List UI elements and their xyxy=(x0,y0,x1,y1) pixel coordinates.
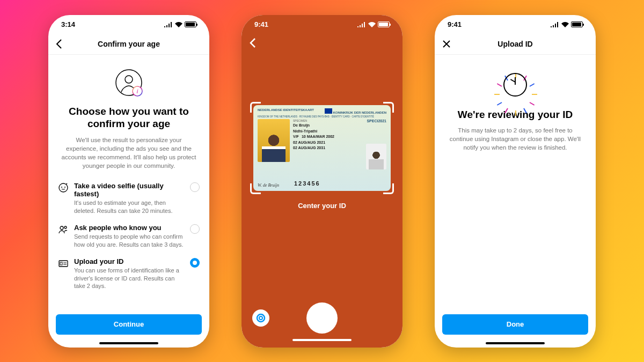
id-number: 123456 xyxy=(294,180,320,187)
done-button[interactable]: Done xyxy=(442,314,588,335)
status-icons xyxy=(164,21,196,27)
home-indicator[interactable] xyxy=(486,342,545,344)
close-icon[interactable] xyxy=(442,40,451,48)
phone-reviewing: 9:41 Upload ID xyxy=(435,15,596,348)
radio-unselected[interactable] xyxy=(190,182,200,192)
id-dob: 10 MAA/MAR 2002 xyxy=(302,135,334,138)
id-header-sub: KINGDOM OF THE NETHERLANDS · ROYAUME DES… xyxy=(258,115,386,118)
id-given: Nidhi-Tripathi xyxy=(293,129,386,135)
home-indicator[interactable] xyxy=(292,339,352,341)
option-desc: Send requests to people who can confirm … xyxy=(74,233,185,249)
signal-icon xyxy=(551,22,559,27)
option-title: Upload your ID xyxy=(74,257,185,265)
radio-unselected[interactable] xyxy=(190,224,200,234)
wifi-icon xyxy=(175,22,182,27)
id-photo xyxy=(258,119,290,162)
profile-info-icon: i xyxy=(58,68,200,98)
id-photo-small xyxy=(366,144,386,169)
status-bar: 3:14 xyxy=(48,15,209,34)
id-card-preview: NEDERLANDSE IDENTITEITSKAART KONINKRIJK … xyxy=(253,105,391,191)
option-desc: You can use forms of identification like… xyxy=(74,267,185,291)
phone-camera: 9:41 NEDERLANDSE IDENTITEITSKAART KONINK… xyxy=(241,15,402,348)
battery-icon xyxy=(378,21,390,27)
content: We're reviewing your ID This may take up… xyxy=(435,55,596,314)
id-scan-frame: NEDERLANDSE IDENTITEITSKAART KONINKRIJK … xyxy=(253,105,391,191)
wifi-icon xyxy=(561,22,569,27)
radio-selected[interactable] xyxy=(190,258,200,268)
option-ask-people[interactable]: Ask people who know you Send requests to… xyxy=(58,219,200,253)
battery-icon xyxy=(185,21,196,27)
selfie-icon xyxy=(58,182,69,193)
continue-button[interactable]: Continue xyxy=(56,314,202,335)
phone-confirm-age: 3:14 Confirm your age i Choose how you w… xyxy=(48,15,209,348)
status-icons xyxy=(551,21,583,27)
option-upload-id[interactable]: Upload your ID You can use forms of iden… xyxy=(58,253,200,295)
id-header-right: KONINKRIJK DER NEDERLANDEN xyxy=(333,111,386,114)
people-icon xyxy=(58,224,69,235)
battery-icon xyxy=(571,21,583,27)
home-indicator[interactable] xyxy=(99,342,158,344)
id-signature: W. de Bruijn xyxy=(258,183,279,188)
lifebuoy-icon xyxy=(256,313,266,323)
status-time: 3:14 xyxy=(61,20,75,28)
nav-bar: Upload ID xyxy=(435,34,596,55)
page-subtext: We'll use the result to personalize your… xyxy=(58,136,200,170)
svg-point-14 xyxy=(259,316,262,320)
svg-point-4 xyxy=(59,183,68,192)
svg-point-13 xyxy=(257,314,265,322)
option-desc: It's used to estimate your age, then del… xyxy=(74,199,185,215)
clock-reviewing-icon xyxy=(444,73,586,97)
option-video-selfie[interactable]: Take a video selfie (usually fastest) It… xyxy=(58,178,200,219)
back-icon[interactable] xyxy=(56,39,62,49)
eu-flag-icon xyxy=(325,108,332,114)
signal-icon xyxy=(357,22,366,27)
signal-icon xyxy=(164,22,173,27)
svg-point-6 xyxy=(64,187,65,188)
svg-point-8 xyxy=(64,226,67,228)
svg-rect-10 xyxy=(60,262,62,265)
id-header-left: NEDERLANDSE IDENTITEITSKAART xyxy=(258,108,314,114)
help-button[interactable] xyxy=(252,309,269,327)
nav-title: Upload ID xyxy=(497,40,532,48)
page-subtext: This may take up to 2 days, so feel free… xyxy=(444,126,586,152)
camera-instruction: Center your ID xyxy=(241,202,402,210)
status-bar: 9:41 xyxy=(241,15,402,34)
shutter-button[interactable] xyxy=(306,302,338,334)
status-bar: 9:41 xyxy=(435,15,596,34)
camera-viewfinder: 9:41 NEDERLANDSE IDENTITEITSKAART KONINK… xyxy=(241,15,402,348)
nav-title: Confirm your age xyxy=(98,40,160,48)
content: i Choose how you want to confirm your ag… xyxy=(48,55,209,314)
nav-bar: Confirm your age xyxy=(48,34,209,55)
svg-point-1 xyxy=(125,76,133,83)
id-sex: V/F xyxy=(293,135,299,138)
clock-icon xyxy=(503,73,527,97)
option-title: Ask people who know you xyxy=(74,224,185,232)
svg-point-5 xyxy=(61,187,62,188)
id-surname: De Bruijn xyxy=(293,123,386,129)
status-time: 9:41 xyxy=(254,20,268,28)
option-title: Take a video selfie (usually fastest) xyxy=(74,182,185,198)
status-icons xyxy=(357,21,390,27)
id-card-icon xyxy=(58,258,69,269)
id-code: SPECI2021 xyxy=(367,119,386,123)
back-icon[interactable] xyxy=(249,38,257,48)
status-time: 9:41 xyxy=(448,20,462,28)
camera-controls xyxy=(241,302,402,334)
page-heading: Choose how you want to confirm your age xyxy=(58,105,200,131)
svg-point-7 xyxy=(60,226,63,230)
wifi-icon xyxy=(368,22,376,27)
